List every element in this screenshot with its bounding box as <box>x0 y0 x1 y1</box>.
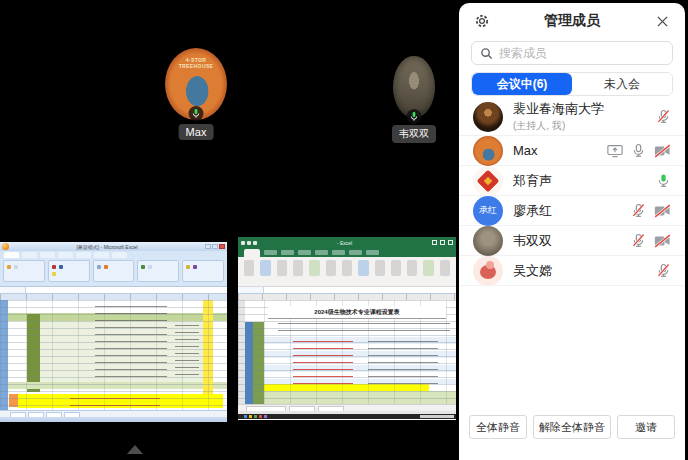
sheet-heading: 2024级生物技术专业课程设置表 <box>268 306 446 319</box>
search-input[interactable] <box>499 46 664 60</box>
participant-tile-weishuangshuang[interactable]: 韦双双 <box>378 52 450 144</box>
member-name: Max <box>513 143 607 158</box>
avatar <box>473 226 503 256</box>
office-button-icon <box>2 243 9 250</box>
ribbon-tabs <box>238 248 456 257</box>
camera-off-icon[interactable] <box>654 204 671 218</box>
tab-in-meeting[interactable]: 会议中(6) <box>472 73 572 95</box>
avatar <box>473 166 503 196</box>
screen-share-tile-excel-2016[interactable]: - Excel 2024级生物技术专业课程设置表 <box>238 237 456 420</box>
screen-share-icon[interactable] <box>607 144 623 158</box>
close-icon[interactable] <box>653 12 671 30</box>
tab-not-joined[interactable]: 未入会 <box>572 73 672 95</box>
panel-title: 管理成员 <box>459 12 685 30</box>
window-title: - Excel <box>257 240 432 246</box>
member-name: 吴文嫦 <box>513 262 656 280</box>
avatar-text: TREEHOUSE <box>165 63 227 69</box>
camera-off-icon[interactable] <box>654 234 671 248</box>
member-tabs: 会议中(6) 未入会 <box>471 72 673 96</box>
member-row-host[interactable]: 裴业春海南大学 (主持人, 我) <box>459 98 685 136</box>
avatar: 承红 <box>473 196 503 226</box>
sheet-tabs <box>0 410 227 417</box>
member-role: (主持人, 我) <box>513 119 656 133</box>
sheet-tabs <box>238 404 456 411</box>
mic-active-icon[interactable] <box>656 173 671 188</box>
formula-bar <box>238 287 456 294</box>
member-row-weishuangshuang[interactable]: 韦双双 <box>459 226 685 256</box>
member-name: 裴业春海南大学 <box>513 100 656 118</box>
search-icon <box>480 47 493 60</box>
formula-bar <box>0 287 227 294</box>
avatar <box>473 102 503 132</box>
participant-name: Max <box>179 124 214 140</box>
invite-button[interactable]: 邀请 <box>617 415 675 439</box>
member-row-liaochenghong[interactable]: 承红 廖承红 <box>459 196 685 226</box>
unmute-all-button[interactable]: 解除全体静音 <box>533 415 611 439</box>
avatar <box>473 136 503 166</box>
collapse-arrow[interactable] <box>127 445 143 454</box>
mic-icon <box>407 109 422 124</box>
participant-tile-max[interactable]: 4-STOR TREEHOUSE Max <box>150 42 242 148</box>
excel-title-bar: - Excel <box>238 237 456 248</box>
mic-icon[interactable] <box>631 143 646 158</box>
excel-ribbon <box>238 257 456 287</box>
status-bar <box>0 417 227 422</box>
window-title: [兼容模式] - Microsoft Excel <box>9 244 205 250</box>
member-name: 廖承红 <box>513 202 631 220</box>
avatar <box>473 256 503 286</box>
manage-members-panel: 管理成员 会议中(6) 未入会 裴业春海南大学 <box>459 3 685 460</box>
windows-taskbar <box>238 414 456 419</box>
quick-access-toolbar <box>241 241 257 245</box>
mic-icon <box>189 106 204 121</box>
member-row-zhengyusheng[interactable]: 郑育声 <box>459 166 685 196</box>
spreadsheet-grid: 2024级生物技术专业课程设置表 <box>238 300 456 404</box>
mic-muted-icon[interactable] <box>656 109 671 124</box>
mic-muted-icon[interactable] <box>656 263 671 278</box>
member-list: 裴业春海南大学 (主持人, 我) Max <box>459 98 685 286</box>
avatar-text: 承红 <box>479 204 497 217</box>
member-name: 韦双双 <box>513 232 631 250</box>
settings-gear-icon[interactable] <box>473 12 491 30</box>
window-controls <box>432 240 453 245</box>
panel-header: 管理成员 <box>459 3 685 39</box>
excel-title-bar: [兼容模式] - Microsoft Excel <box>0 242 227 251</box>
mic-muted-icon[interactable] <box>631 233 646 248</box>
participant-name: 韦双双 <box>392 125 436 143</box>
member-row-max[interactable]: Max <box>459 136 685 166</box>
panel-footer: 全体静音 解除全体静音 邀请 <box>469 415 675 439</box>
mic-muted-icon[interactable] <box>631 203 646 218</box>
excel-ribbon <box>0 251 227 287</box>
mute-all-button[interactable]: 全体静音 <box>469 415 527 439</box>
member-row-wuwenchang[interactable]: 吴文嫦 <box>459 256 685 286</box>
member-name: 郑育声 <box>513 172 656 190</box>
screen-share-tile-excel-2010[interactable]: [兼容模式] - Microsoft Excel <box>0 242 227 422</box>
window-controls <box>205 244 225 249</box>
search-box <box>471 41 673 65</box>
camera-off-icon[interactable] <box>654 144 671 158</box>
spreadsheet-grid <box>0 300 227 410</box>
